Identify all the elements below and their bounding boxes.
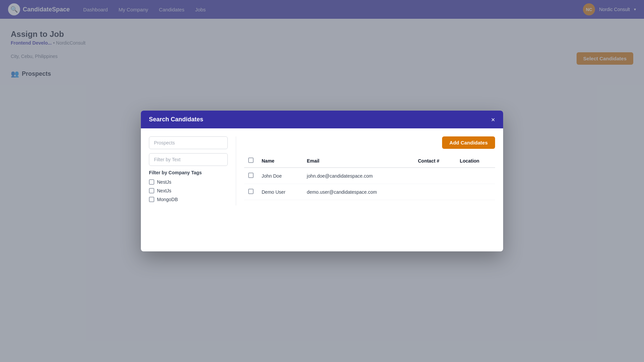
tag-nestjs-item: NestJs (149, 179, 228, 185)
row1-contact (414, 168, 456, 184)
modal-filter-panel: Filter by Company Tags NestJs NextJs Mon… (149, 136, 236, 205)
modal-title: Search Candidates (149, 116, 203, 123)
col-name: Name (258, 154, 303, 168)
tag-mongodb-item: MongoDB (149, 197, 228, 202)
add-candidates-button[interactable]: Add Candidates (442, 136, 495, 149)
row2-location (456, 184, 495, 200)
tag-nextjs-item: NextJs (149, 188, 228, 193)
select-all-col (244, 154, 258, 168)
tag-nestjs-checkbox[interactable] (149, 179, 154, 185)
modal-header: Search Candidates × (141, 111, 503, 128)
table-header-row: Name Email Contact # Location (244, 154, 495, 168)
col-location: Location (456, 154, 495, 168)
row2-checkbox-cell (244, 184, 258, 200)
tags-filter-label: Filter by Company Tags (149, 170, 228, 175)
table-row: Demo User demo.user@candidatespace.com (244, 184, 495, 200)
select-all-checkbox[interactable] (248, 158, 254, 163)
table-row: John Doe john.doe@candidatespace.com (244, 168, 495, 184)
table-body: John Doe john.doe@candidatespace.com Dem… (244, 168, 495, 200)
col-email: Email (303, 154, 414, 168)
prospects-filter-input[interactable] (149, 136, 228, 149)
row1-location (456, 168, 495, 184)
candidates-table: Name Email Contact # Location John Doe j… (244, 154, 495, 200)
modal-close-button[interactable]: × (491, 116, 495, 123)
tag-nextjs-label: NextJs (157, 188, 171, 193)
row1-email: john.doe@candidatespace.com (303, 168, 414, 184)
row1-checkbox-cell (244, 168, 258, 184)
text-filter-input[interactable] (149, 153, 228, 166)
tag-nestjs-label: NestJs (157, 179, 171, 185)
table-head: Name Email Contact # Location (244, 154, 495, 168)
row1-checkbox[interactable] (248, 173, 254, 178)
row2-contact (414, 184, 456, 200)
tag-mongodb-label: MongoDB (157, 197, 178, 202)
col-contact: Contact # (414, 154, 456, 168)
row2-name: Demo User (258, 184, 303, 200)
tag-mongodb-checkbox[interactable] (149, 197, 154, 202)
modal-top-bar: Add Candidates (244, 136, 495, 149)
modal-candidates-panel: Add Candidates Name Email Contact # Loca… (236, 136, 495, 205)
search-candidates-modal: Search Candidates × Filter by Company Ta… (141, 111, 503, 251)
modal-body: Filter by Company Tags NestJs NextJs Mon… (141, 128, 503, 214)
row1-name: John Doe (258, 168, 303, 184)
row2-checkbox[interactable] (248, 189, 254, 194)
row2-email: demo.user@candidatespace.com (303, 184, 414, 200)
tag-nextjs-checkbox[interactable] (149, 188, 154, 193)
